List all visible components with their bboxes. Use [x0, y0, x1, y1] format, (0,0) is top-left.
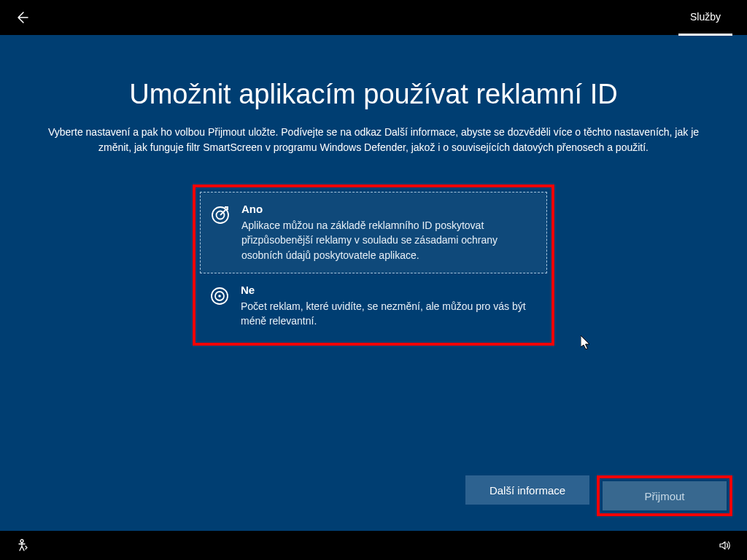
more-info-button[interactable]: Další informace: [465, 475, 589, 505]
tab-area: Služby: [678, 0, 732, 35]
page-subtitle: Vyberte nastavení a pak ho volbou Přijmo…: [31, 125, 716, 155]
topbar: Služby: [0, 0, 747, 35]
volume-icon: [718, 538, 732, 553]
volume-button[interactable]: [718, 538, 732, 553]
accept-button[interactable]: Přijmout: [603, 481, 727, 510]
bottombar: [0, 531, 747, 560]
tab-label: Služby: [690, 11, 721, 23]
back-button[interactable]: [15, 10, 29, 25]
page-title: Umožnit aplikacím používat reklamní ID: [29, 79, 718, 110]
option-no-text: Ne Počet reklam, které uvidíte, se nezmě…: [241, 284, 538, 329]
option-yes[interactable]: Ano Aplikace můžou na základě reklamního…: [200, 192, 547, 273]
target-icon: [209, 285, 231, 307]
footer-buttons: Další informace Přijmout: [465, 475, 732, 516]
options-highlight: Ano Aplikace můžou na základě reklamního…: [193, 184, 554, 346]
option-no-desc: Počet reklam, které uvidíte, se nezmění,…: [241, 299, 538, 329]
option-yes-text: Ano Aplikace můžou na základě reklamního…: [241, 203, 538, 262]
svg-point-5: [218, 295, 221, 298]
accept-label: Přijmout: [644, 490, 684, 502]
target-arrow-icon: [209, 204, 231, 226]
more-info-label: Další informace: [489, 484, 565, 497]
accessibility-button[interactable]: [15, 538, 29, 553]
accept-highlight: Přijmout: [597, 475, 732, 516]
arrow-left-icon: [15, 10, 29, 25]
accessibility-icon: [15, 538, 29, 553]
option-yes-title: Ano: [241, 203, 538, 215]
tab-services[interactable]: Služby: [678, 1, 732, 36]
option-no[interactable]: Ne Počet reklam, které uvidíte, se nezmě…: [200, 273, 547, 339]
option-yes-desc: Aplikace můžou na základě reklamního ID …: [241, 218, 538, 262]
option-no-title: Ne: [241, 284, 538, 296]
content: Umožnit aplikacím používat reklamní ID V…: [0, 35, 747, 346]
